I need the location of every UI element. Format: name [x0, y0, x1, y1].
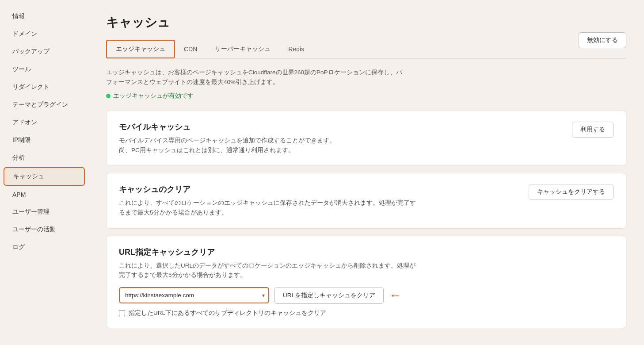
mobile-cache-content: モバイルキャッシュ モバイルデバイス専用のページキャッシュを追加で作成することが…	[119, 122, 419, 155]
sidebar-item-themes[interactable]: テーマとプラグイン	[4, 96, 85, 113]
sidebar-item-domain[interactable]: ドメイン	[4, 26, 85, 42]
sidebar-item-redirect[interactable]: リダイレクト	[4, 79, 85, 96]
mobile-cache-action: 利用する	[572, 122, 614, 138]
url-clear-button[interactable]: URLを指定しキャッシュをクリア	[274, 287, 384, 304]
arrow-indicator: ←	[389, 288, 401, 303]
mobile-cache-description: モバイルデバイス専用のページキャッシュを追加で作成することができます。尚、PC用…	[119, 136, 419, 155]
sidebar-item-ip[interactable]: IP制限	[4, 132, 85, 149]
cache-clear-description: これにより、すべてのロケーションのエッジキャッシュに保存されたデータが消去されま…	[119, 198, 419, 217]
status-enabled: エッジキャッシュが有効です	[106, 92, 626, 100]
sidebar: 情報ドメインバックアップツールリダイレクトテーマとプラグインアドオンIP制限分析…	[0, 0, 88, 345]
url-clear-card: URL指定キャッシュクリア これにより、選択したURLのデータがすべてのロケーシ…	[106, 236, 626, 328]
tab-server[interactable]: サーバーキャッシュ	[206, 40, 279, 58]
url-input-wrapper: ▾	[119, 287, 269, 303]
cache-clear-button[interactable]: キャッシュをクリアする	[529, 184, 614, 200]
mobile-cache-card: モバイルキャッシュ モバイルデバイス専用のページキャッシュを追加で作成することが…	[106, 111, 626, 166]
sidebar-item-addon[interactable]: アドオン	[4, 114, 85, 131]
cache-clear-content: キャッシュのクリア これにより、すべてのロケーションのエッジキャッシュに保存され…	[119, 184, 419, 217]
sidebar-item-apm[interactable]: APM	[4, 187, 85, 203]
cache-clear-card: キャッシュのクリア これにより、すべてのロケーションのエッジキャッシュに保存され…	[106, 173, 626, 228]
mobile-cache-button[interactable]: 利用する	[572, 122, 614, 138]
sidebar-item-logs[interactable]: ログ	[4, 239, 85, 256]
sidebar-item-tools[interactable]: ツール	[4, 61, 85, 78]
checkbox-label: 指定したURL下にあるすべてのサブディレクトリのキャッシュをクリア	[129, 309, 326, 317]
mobile-cache-title: モバイルキャッシュ	[119, 122, 419, 132]
edge-cache-description: エッジキャッシュは、お客様のページキャッシュをCloudflareの世界260超…	[106, 68, 407, 87]
sidebar-item-backup[interactable]: バックアップ	[4, 43, 85, 60]
sidebar-item-users[interactable]: ユーザー管理	[4, 203, 85, 220]
sidebar-item-cache[interactable]: キャッシュ	[4, 167, 85, 186]
url-clear-description: これにより、選択したURLのデータがすべてのロケーションのエッジキャッシュから削…	[119, 261, 419, 280]
tab-cdn[interactable]: CDN	[175, 40, 206, 58]
tabs: エッジキャッシュCDNサーバーキャッシュRedis	[106, 40, 626, 59]
page-title: キャッシュ	[106, 14, 626, 31]
checkbox-row: 指定したURL下にあるすべてのサブディレクトリのキャッシュをクリア	[119, 309, 614, 317]
cache-clear-action: キャッシュをクリアする	[529, 184, 614, 200]
url-clear-row: ▾ URLを指定しキャッシュをクリア ←	[119, 287, 614, 304]
tab-edge[interactable]: エッジキャッシュ	[106, 40, 175, 58]
sidebar-item-activity[interactable]: ユーザーの活動	[4, 221, 85, 238]
arrow-icon: ←	[389, 288, 401, 303]
url-clear-title: URL指定キャッシュクリア	[119, 247, 614, 257]
subdirectory-checkbox[interactable]	[119, 310, 125, 316]
status-text: エッジキャッシュが有効です	[113, 92, 194, 100]
sidebar-item-info[interactable]: 情報	[4, 8, 85, 25]
cache-clear-title: キャッシュのクリア	[119, 184, 419, 195]
tab-redis[interactable]: Redis	[279, 40, 313, 58]
status-dot-icon	[106, 94, 111, 98]
url-input[interactable]	[119, 287, 269, 303]
disable-button[interactable]: 無効にする	[579, 32, 626, 48]
main-content: キャッシュ エッジキャッシュCDNサーバーキャッシュRedis エッジキャッシュ…	[88, 0, 644, 345]
sidebar-item-analytics[interactable]: 分析	[4, 150, 85, 166]
